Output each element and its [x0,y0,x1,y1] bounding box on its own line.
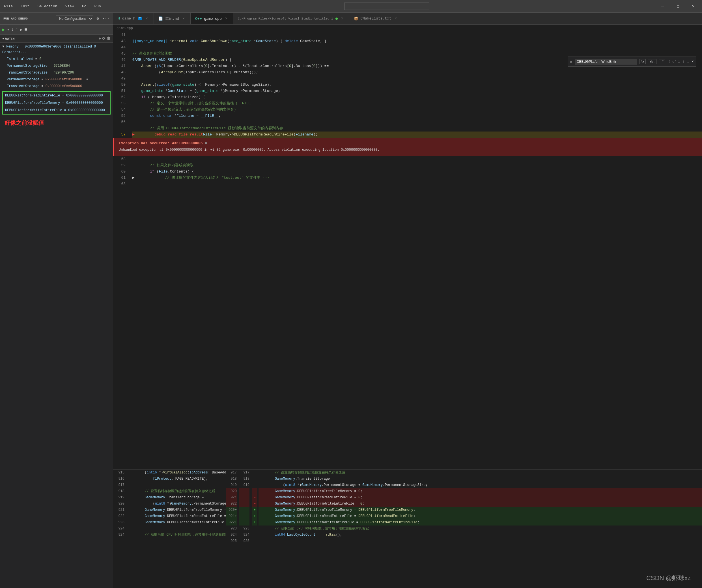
dll-919: 919 [226,482,237,488]
tab-close-game-h[interactable]: × [144,16,149,21]
bll-924: 924 [113,525,124,532]
code-43: [[maybe_unused]] internal void GameShutD… [132,38,702,44]
ln-53: 53 [113,100,126,107]
tab-untitled[interactable]: C:/Program Files/Microsoft Visual Studio… [233,13,349,24]
find-ab-btn[interactable]: ab. [648,59,657,64]
exception-message: Unhandled exception at 0x000000000000000… [119,147,697,153]
watch-item-freefilememory[interactable]: DEBUGPlatformFreeFileMemory = 0x00000000… [3,99,110,107]
watch-item-isinitialized[interactable]: Isinitialized = 0 [0,56,113,63]
inline-icon[interactable]: ⊞ [87,78,89,81]
config-more-icon[interactable]: ··· [102,16,109,21]
ln-49: 49 [113,76,126,82]
tab-game-h[interactable]: H game.h 2 × [113,13,154,24]
dc-917: // 设置临时存储区的起始位置在持久存储之后 [258,469,702,476]
restart-icon[interactable]: ↺ [20,27,23,32]
code-51: game_state *GameState = (game_state *)Me… [132,88,702,94]
tab-close-game-cpp[interactable]: × [224,16,229,21]
config-select[interactable]: No Configurations [56,15,93,22]
ln-43: 43 [113,38,126,44]
minimize-button[interactable]: — [656,2,669,10]
maximize-button[interactable]: ☐ [672,2,685,10]
menu-run[interactable]: Run [93,4,102,9]
tab-close-cmake[interactable]: × [394,16,398,21]
bll-924b: 924 [113,532,124,538]
dc-925 [258,538,702,544]
drl-918: 918 [239,476,249,482]
step-into-icon[interactable]: ↓ [11,27,14,32]
dm-add2: + [252,513,257,519]
bll-code-924b: // 获取当前 CPU 时钟周期数，通常用于性能测量或时间标记 [128,532,226,538]
watch-item-writeentirefile[interactable]: DEBUGPlatformWriteEntireFile = 0x0000000… [3,107,110,114]
watch-item-transientstoragesize[interactable]: TransientStorageSize = 4294967296 [0,69,113,76]
bll-923: 923 [113,519,124,525]
watch-item-memory[interactable]: ▼ Memory = 0x000000e063efe060 {Isinitial… [0,43,113,56]
dc-918: GameMemory.TransientStorage = [258,476,702,482]
find-aa-btn[interactable]: Aa [639,59,646,64]
watch-item-readentirefile[interactable]: DEBUGPlatformReadEntireFile = 0x00000000… [3,92,110,99]
tab-close-notes[interactable]: × [181,16,186,21]
menu-more[interactable]: ... [107,4,117,9]
diff-markers: − − − + + + [252,469,257,588]
bll-code-919: GameMemory.TransientStorage = [128,494,226,501]
bll-empty1 [113,538,124,544]
tab-cmake[interactable]: 📦 CMakeLists.txt × [349,13,403,24]
dc-921del: GameMemory.DEBUGPlatformReadEntireFile =… [258,494,702,501]
menu-view[interactable]: View [64,4,76,9]
modified-dot [335,17,338,20]
exception-close-icon[interactable]: × [205,141,207,145]
bottom-left-code: (int16 *)VirtualAlloc(lpAddress: BaseAdd… [127,469,226,588]
continue-icon[interactable]: ▶ [2,27,5,32]
close-button[interactable]: ✕ [687,2,700,10]
code-50: Assert(sizeof(game_state) <= Memory->Per… [132,82,702,88]
step-out-icon[interactable]: ↑ [16,27,18,32]
dll-925: 925 [226,538,237,544]
watch-header[interactable]: ▼ WATCH + ⟳ 🗑 [0,35,113,43]
step-over-icon[interactable]: ↷ [7,27,10,32]
debug-header: RUN AND DEBUG No Configurations ⚙ ··· [0,13,113,25]
find-next-icon[interactable]: ↓ [687,60,689,64]
bottom-left-panel: 915 916 917 918 919 920 921 922 923 924 … [113,469,226,588]
find-prev-icon[interactable]: ↑ [682,60,685,64]
diff-code-content: // 设置临时存储区的起始位置在持久存储之后 GameMemory.Transi… [257,469,702,588]
dll-917: 917 [226,469,237,476]
code-53: // 定义一个常量字符指针，指向当前源文件的路径（__FILE__ [132,100,702,107]
bottom-right-panel: 917 918 919 920 921 922 920+ 921+ 922+ 9… [226,469,702,588]
bll-919: 919 [113,494,124,501]
menu-file[interactable]: File [2,4,14,9]
ln-56: 56 [113,119,126,125]
find-input[interactable] [575,59,637,65]
code-56 [132,119,702,125]
menu-bar[interactable]: File Edit Selection View Go Run ... [2,4,117,9]
bll-code-922: GameMemory.DEBUGPlatformReadEntireFile =… [128,513,226,519]
bottom-left-linenums: 915 916 917 918 919 920 921 922 923 924 … [113,469,127,588]
dm-n1 [252,469,257,476]
watch-clear-icon[interactable]: 🗑 [107,36,111,41]
dll-921: 921 [226,494,237,501]
tab-game-cpp[interactable]: C++ game.cpp × [191,13,233,24]
ln-55: 55 [113,113,126,119]
tab-notes-md[interactable]: 📄 笔记.md × [154,13,191,24]
tab-close-untitled[interactable]: × [340,16,345,21]
watch-item-permanentstoragesize[interactable]: PermanentStorageSize = 67108864 [0,63,113,69]
exception-box: Exception has occurred: W32/0xC0000005 ×… [113,138,702,156]
config-settings-icon[interactable]: ⚙ [97,16,99,21]
watch-add-icon[interactable]: + [99,36,101,41]
menu-go[interactable]: Go [80,4,88,9]
find-close-icon[interactable]: × [692,60,694,64]
find-regex-btn[interactable]: .* [659,59,665,64]
watch-item-permanentstorage[interactable]: PermanentStorage = 0x000001efc85a0000 ⊞ [0,76,113,83]
title-search-input[interactable] [344,3,429,10]
menu-selection[interactable]: Selection [36,4,59,9]
dc-922del: GameMemory.DEBUGPlatformWriteEntireFile … [258,501,702,507]
file-cpp-icon: C++ [195,17,202,21]
expand-icon[interactable]: ▶ [132,175,135,180]
stop-icon[interactable]: ■ [24,27,27,32]
bll-code-918: // 设置临时存储区的起始位置在持久存储之后 [128,488,226,494]
ln-58: 58 [113,156,126,162]
watch-refresh-icon[interactable]: ⟳ [102,36,106,41]
menu-edit[interactable]: Edit [19,4,31,9]
bll-920: 920 [113,501,124,507]
code-content-top: [[maybe_unused]] internal void GameShutD… [130,32,702,138]
watch-item-transientstorage[interactable]: TransientStorage = 0x000001efcc5a0000 [0,83,113,90]
exception-title-text: Exception has occurred: W32/0xC0000005 [119,141,203,145]
